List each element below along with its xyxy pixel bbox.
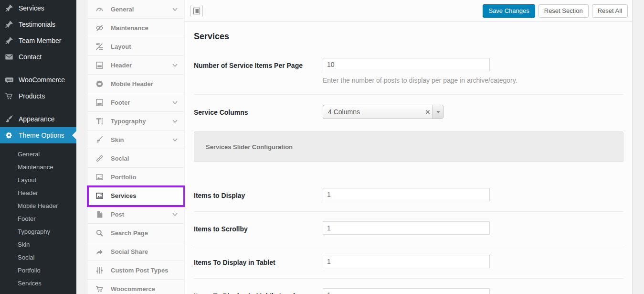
sidebar-item-label: Theme Options	[19, 131, 64, 139]
submenu-item-layout[interactable]: Layout	[0, 174, 76, 186]
sidebar-item-services[interactable]: Services	[0, 0, 76, 16]
submenu-item-general[interactable]: General	[0, 148, 76, 161]
sidebar-item-woocommerce[interactable]: Woo WooCommerce	[0, 72, 76, 88]
options-nav-post[interactable]: Post	[87, 205, 184, 224]
sidebar-item-appearance[interactable]: Appearance	[0, 111, 76, 127]
toggle-sidebar-button[interactable]	[190, 5, 203, 17]
chevron-down-icon	[172, 118, 178, 125]
items-to-display-input[interactable]	[323, 188, 490, 201]
dropdown-arrow-icon[interactable]	[433, 105, 443, 119]
eye-slash-icon	[95, 24, 104, 32]
options-nav-header[interactable]: Header	[87, 56, 184, 75]
wp-admin-sidebar: Services Testimonials Team Member Contac…	[0, 0, 76, 294]
options-nav-services[interactable]: Services	[87, 186, 184, 205]
chevron-down-icon	[172, 6, 178, 13]
reset-section-button[interactable]: Reset Section	[538, 4, 589, 18]
content-body: Services Number of Service Items Per Pag…	[185, 22, 632, 294]
options-nav-social[interactable]: Social	[87, 149, 184, 168]
sidebar-separator	[0, 104, 76, 111]
options-nav-label: Social Share	[111, 248, 148, 255]
field-label: Number of Service Items Per Page	[194, 58, 323, 84]
submenu-item-mobile-header[interactable]: Mobile Header	[0, 199, 76, 212]
sidebar-separator	[0, 65, 76, 72]
woocommerce-icon: Woo	[4, 75, 14, 85]
theme-options-screen: Services Testimonials Team Member Contac…	[0, 0, 644, 294]
chevron-down-icon	[172, 211, 178, 218]
field-row-items-mobile-landscape: Items To Display in Mobile Landscape	[194, 279, 623, 294]
items-tablet-input[interactable]	[323, 255, 490, 268]
options-nav-label: Services	[111, 192, 137, 199]
x-clear-icon[interactable]: ✕	[423, 109, 433, 116]
options-nav-label: Skin	[111, 136, 124, 143]
sidebar-item-theme-options[interactable]: Theme Options	[0, 127, 76, 143]
field-label: Service Columns	[194, 105, 323, 119]
theme-options-content: Save Changes Reset Section Reset All Ser…	[185, 0, 633, 294]
pin-icon	[4, 36, 14, 45]
options-nav-skin[interactable]: Skin	[87, 131, 184, 149]
options-nav-layout[interactable]: Layout	[87, 37, 184, 56]
submenu-item-portfolio[interactable]: Portfolio	[0, 264, 76, 277]
field-row-items-tablet: Items To Display in Tablet	[194, 245, 623, 279]
options-nav-mobile-header[interactable]: Mobile Header	[87, 75, 184, 93]
sidebar-item-products[interactable]: Products	[0, 88, 76, 104]
cart-icon	[95, 285, 104, 293]
sidebar-item-label: Team Member	[19, 37, 61, 44]
submenu-item-header[interactable]: Header	[0, 186, 76, 199]
options-nav-maintenance[interactable]: Maintenance	[87, 19, 184, 37]
submenu-item-post[interactable]: Post	[0, 290, 76, 294]
options-nav-portfolio[interactable]: Portfolio	[87, 168, 184, 186]
sidebar-item-label: Products	[19, 92, 45, 100]
sliders-icon	[95, 266, 104, 274]
options-nav-woocommerce[interactable]: Woocommerce	[87, 280, 184, 294]
share-arrow-icon	[95, 248, 104, 256]
envelope-icon	[4, 52, 14, 62]
typography-icon	[95, 117, 104, 125]
footer-icon	[95, 98, 104, 107]
submenu-item-social[interactable]: Social	[0, 251, 76, 264]
items-to-scrollby-input[interactable]	[323, 221, 490, 235]
options-nav-label: Maintenance	[111, 24, 148, 32]
pin-icon	[4, 3, 14, 13]
items-mobile-landscape-input[interactable]	[323, 288, 490, 294]
selected-option: 4 Columns	[323, 108, 423, 116]
options-nav-label: Social	[111, 155, 129, 162]
save-changes-button[interactable]: Save Changes	[483, 4, 535, 18]
submenu-item-typography[interactable]: Typography	[0, 225, 76, 238]
layout-icon	[95, 43, 104, 51]
options-nav-search-page[interactable]: Search Page	[87, 224, 184, 242]
svg-text:Woo: Woo	[6, 78, 12, 81]
options-nav-label: Header	[111, 62, 132, 69]
post-icon	[95, 210, 104, 218]
toolbar-actions: Save Changes Reset Section Reset All	[483, 4, 628, 18]
options-nav-label: Custom Post Types	[111, 267, 168, 274]
field-label: Items To Display in Tablet	[194, 255, 323, 268]
field-row-items-to-display: Items to Display	[194, 178, 623, 212]
submenu-item-maintenance[interactable]: Maintenance	[0, 161, 76, 174]
items-per-page-input[interactable]	[323, 58, 490, 71]
submenu-item-skin[interactable]: Skin	[0, 238, 76, 251]
chevron-down-icon	[172, 136, 178, 143]
submenu-item-footer[interactable]: Footer	[0, 212, 76, 225]
field-row-items-to-scrollby: Items to Scrollby	[194, 212, 623, 245]
options-nav-label: Portfolio	[111, 174, 136, 181]
options-nav-footer[interactable]: Footer	[87, 93, 184, 112]
sidebar-item-label: Testimonials	[19, 21, 55, 28]
page-title: Services	[194, 22, 623, 42]
field-label: Items to Scrollby	[194, 221, 323, 235]
options-nav-social-share[interactable]: Social Share	[87, 242, 184, 261]
options-nav-label: Search Page	[111, 229, 148, 237]
sidebar-item-team-member[interactable]: Team Member	[0, 33, 76, 49]
sidebar-item-contact[interactable]: Contact	[0, 49, 76, 65]
options-nav-typography[interactable]: Typography	[87, 112, 184, 131]
service-columns-select[interactable]: 4 Columns ✕	[323, 105, 443, 119]
sidebar-item-testimonials[interactable]: Testimonials	[0, 16, 76, 33]
mobile-header-icon	[95, 80, 104, 88]
reset-all-button[interactable]: Reset All	[592, 4, 628, 18]
options-nav-label: Footer	[111, 99, 130, 106]
options-nav-label: General	[111, 6, 134, 13]
options-nav-label: Mobile Header	[111, 80, 153, 87]
image-icon	[95, 173, 104, 181]
submenu-item-services[interactable]: Services	[0, 277, 76, 290]
options-nav-custom-post-types[interactable]: Custom Post Types	[87, 261, 184, 280]
options-nav-general[interactable]: General	[87, 0, 184, 19]
